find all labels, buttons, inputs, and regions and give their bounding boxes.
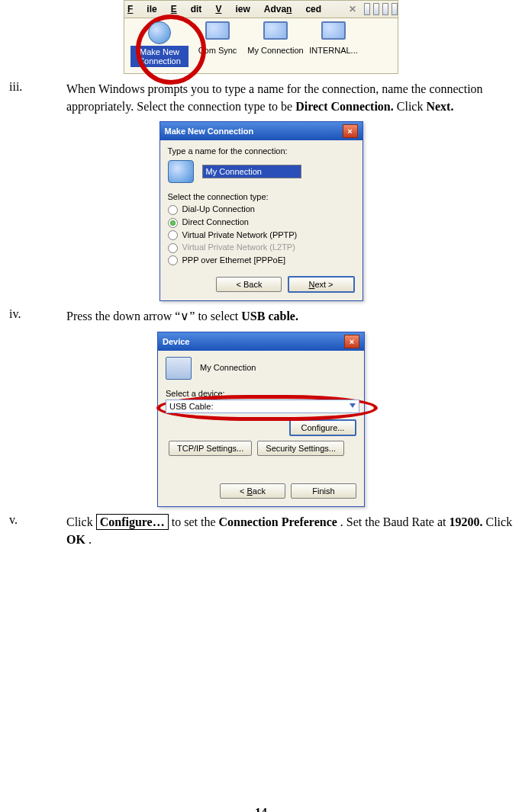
window-icon-2[interactable] bbox=[373, 3, 379, 15]
window-icon-1[interactable] bbox=[364, 3, 370, 15]
step-iv-arrow: “∨” bbox=[175, 310, 195, 323]
radio-pptp[interactable] bbox=[168, 230, 178, 240]
device-combo[interactable]: USB Cable: bbox=[166, 400, 359, 413]
prompt-name: Type a name for the connection: bbox=[168, 146, 355, 156]
step-v-bold-c: OK bbox=[66, 533, 85, 546]
page-number: - 14 - bbox=[0, 806, 522, 812]
device-header-icon bbox=[166, 357, 192, 380]
configure-button[interactable]: Configure... bbox=[289, 419, 356, 436]
device-close-button[interactable]: × bbox=[344, 335, 359, 348]
device-dialog-title: Device bbox=[163, 337, 344, 346]
step-v-bold-b: 19200. bbox=[449, 515, 482, 528]
step-v-bold-a: Connection Preference bbox=[218, 515, 337, 528]
window-icon-3[interactable] bbox=[382, 3, 388, 15]
step-iv-marker: iv. bbox=[8, 307, 66, 325]
window-icon-4[interactable] bbox=[392, 3, 398, 15]
back-button[interactable]: < Back bbox=[216, 277, 282, 292]
opt-l2tp: Virtual Private Network (L2TP) bbox=[182, 242, 295, 252]
radio-direct[interactable] bbox=[168, 218, 178, 228]
finish-button[interactable]: Finish bbox=[291, 483, 356, 499]
device-header-name: My Connection bbox=[200, 362, 256, 371]
opt-dialup: Dial-Up Connection bbox=[182, 204, 255, 213]
menu-bar: File Edit View Advanced ✕ bbox=[124, 0, 398, 18]
connection-icon bbox=[168, 160, 194, 183]
step-iii-bold-b: Next. bbox=[426, 100, 453, 113]
step-v-text-c: . Set the Baud Rate at bbox=[340, 515, 450, 528]
step-iv-text-b: to select bbox=[198, 310, 241, 323]
step-iii-marker: iii. bbox=[8, 80, 66, 115]
opt-pptp: Virtual Private Network (PPTP) bbox=[182, 230, 298, 239]
device-dialog: Device × My Connection Select a device: … bbox=[157, 332, 365, 507]
device-combo-value: USB Cable: bbox=[169, 402, 213, 411]
step-iii-text-b: Click bbox=[397, 100, 427, 113]
com-sync-icon[interactable]: Com Sync bbox=[188, 21, 246, 55]
device-prompt: Select a device: bbox=[166, 389, 356, 398]
step-v-text-b: to set the bbox=[172, 515, 219, 528]
internal-label: INTERNAL... bbox=[304, 46, 362, 55]
step-iii-bold-a: Direct Connection. bbox=[295, 100, 394, 113]
tcpip-settings-button[interactable]: TCP/IP Settings... bbox=[169, 441, 252, 456]
radio-l2tp bbox=[168, 243, 178, 253]
next-button[interactable]: Next > bbox=[288, 276, 355, 293]
device-back-button[interactable]: < Back bbox=[220, 483, 285, 499]
my-connection-icon[interactable]: My Connection bbox=[246, 21, 304, 55]
step-iv-bold-a: USB cable. bbox=[241, 310, 298, 323]
opt-direct: Direct Connection bbox=[182, 217, 249, 226]
prompt-type: Select the connection type: bbox=[168, 192, 355, 201]
step-v-text-d: Click bbox=[485, 515, 512, 528]
menu-view[interactable]: View bbox=[215, 4, 250, 14]
connection-name-field[interactable]: My Connection bbox=[202, 165, 301, 178]
radio-dialup[interactable] bbox=[168, 205, 178, 215]
step-v-marker: v. bbox=[8, 513, 66, 548]
internal-icon[interactable]: INTERNAL... bbox=[304, 21, 362, 55]
step-iv-text-a: Press the down arrow bbox=[66, 310, 175, 323]
step-v-text-a: Click bbox=[66, 515, 96, 528]
close-icon[interactable]: ✕ bbox=[349, 4, 356, 14]
menu-file[interactable]: File bbox=[127, 4, 157, 14]
make-new-connection-icon[interactable]: Make New Connection bbox=[130, 21, 188, 67]
screenshot-toolbar: File Edit View Advanced ✕ Make New Conne… bbox=[124, 0, 398, 74]
opt-pppoe: PPP over Ethernet [PPPoE] bbox=[182, 255, 286, 265]
menu-edit[interactable]: Edit bbox=[171, 4, 202, 14]
make-new-connection-label: Make New Connection bbox=[130, 46, 188, 67]
close-button[interactable]: × bbox=[343, 124, 358, 138]
com-sync-label: Com Sync bbox=[188, 46, 246, 55]
step-v: v. Click Configure… to set the Connectio… bbox=[8, 513, 514, 548]
menu-advanced[interactable]: Advanced bbox=[264, 4, 321, 14]
step-v-configure-label: Configure… bbox=[96, 514, 169, 530]
step-iv: iv. Press the down arrow “∨” to select U… bbox=[8, 307, 514, 325]
step-iii: iii. When Windows prompts you to type a … bbox=[8, 80, 514, 115]
make-new-connection-dialog: Make New Connection × Type a name for th… bbox=[160, 121, 363, 301]
security-settings-button[interactable]: Security Settings... bbox=[257, 441, 344, 456]
radio-pppoe[interactable] bbox=[168, 255, 178, 265]
my-connection-label: My Connection bbox=[246, 46, 304, 55]
dialog-title: Make New Connection bbox=[165, 127, 343, 136]
step-v-text-e: . bbox=[89, 533, 92, 546]
